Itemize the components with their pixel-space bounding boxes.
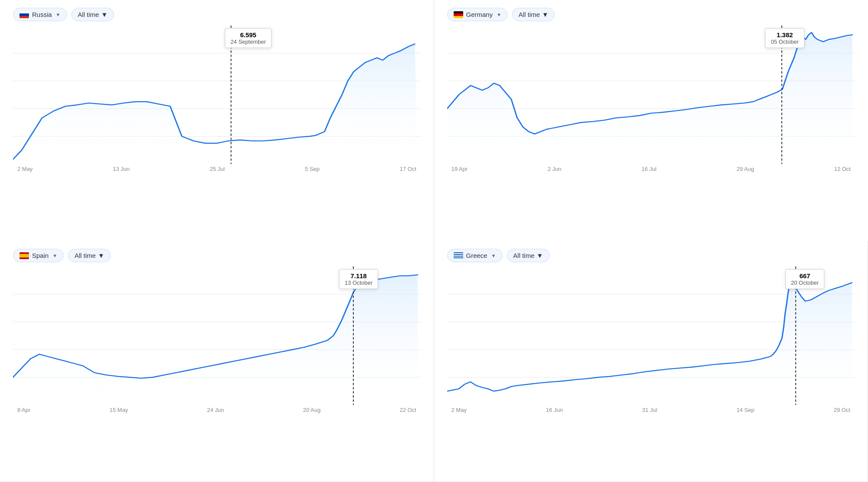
chart-svg-greece [447,267,855,405]
country-chevron-russia: ▼ [56,12,61,17]
chart-area-russia: 6.595 24 September [13,26,421,164]
x-label-russia-2: 25 Jul [210,166,225,172]
x-axis-greece: 2 May16 Jun31 Jul14 Sep29 Oct [447,407,855,413]
x-axis-germany: 19 Apr2 Jun16 Jul29 Aug12 Oct [447,166,855,172]
x-label-germany-1: 2 Jun [548,166,561,172]
x-label-germany-2: 16 Jul [641,166,657,172]
x-label-germany-3: 29 Aug [737,166,754,172]
x-label-spain-1: 15 May [109,407,128,413]
x-label-greece-1: 16 Jun [546,407,563,413]
country-chevron-spain: ▼ [52,253,57,258]
x-label-germany-4: 12 Oct [834,166,851,172]
x-label-greece-2: 31 Jul [642,407,657,413]
x-label-russia-3: 5 Sep [305,166,320,172]
chart-panel-russia: Russia ▼ All time ▼ [0,0,434,241]
flag-greece [454,252,463,259]
country-label-germany: Germany [466,11,493,18]
chart-svg-spain [13,267,421,405]
time-chevron-greece: ▼ [537,252,543,259]
flag-spain [19,252,29,259]
controls-greece: Greece ▼ All time ▼ [447,249,855,262]
x-label-russia-1: 13 Jun [113,166,130,172]
chart-panel-spain: Spain ▼ All time ▼ [0,241,434,482]
time-chevron-russia: ▼ [101,11,108,18]
x-label-greece-3: 14 Sep [737,407,754,413]
country-button-germany[interactable]: Germany ▼ [447,8,508,21]
country-label-greece: Greece [466,252,487,259]
chart-area-greece: 667 20 October [447,267,855,405]
chart-svg-russia [13,26,421,164]
time-button-russia[interactable]: All time ▼ [71,8,114,21]
x-label-greece-4: 29 Oct [834,407,850,413]
country-button-greece[interactable]: Greece ▼ [447,249,503,262]
x-label-greece-0: 2 May [452,407,467,413]
chart-area-spain: 7.118 13 October [13,267,421,405]
x-label-russia-0: 2 May [17,166,32,172]
x-axis-spain: 8 Apr15 May24 Jun20 Aug22 Oct [13,407,421,413]
flag-russia [19,11,29,18]
time-label-greece: All time [513,252,535,259]
country-chevron-greece: ▼ [491,253,496,258]
time-button-germany[interactable]: All time ▼ [512,8,555,21]
time-label-germany: All time [519,11,540,18]
time-chevron-spain: ▼ [98,252,104,259]
chart-panel-greece: Greece ▼ All time ▼ [434,241,868,482]
chart-panel-germany: Germany ▼ All time ▼ [434,0,868,241]
country-button-spain[interactable]: Spain ▼ [13,249,64,262]
time-label-spain: All time [74,252,96,259]
country-button-russia[interactable]: Russia ▼ [13,8,67,21]
x-label-spain-0: 8 Apr [17,407,30,413]
controls-russia: Russia ▼ All time ▼ [13,8,421,21]
controls-spain: Spain ▼ All time ▼ [13,249,421,262]
x-axis-russia: 2 May13 Jun25 Jul5 Sep17 Oct [13,166,421,172]
country-label-spain: Spain [32,252,48,259]
time-label-russia: All time [78,11,99,18]
chart-area-germany: 1.382 05 October [447,26,855,164]
x-label-spain-2: 24 Jun [207,407,224,413]
time-button-greece[interactable]: All time ▼ [507,249,550,262]
x-label-spain-3: 20 Aug [303,407,321,413]
flag-germany [454,11,463,18]
x-label-spain-4: 22 Oct [400,407,416,413]
time-button-spain[interactable]: All time ▼ [68,249,111,262]
country-chevron-germany: ▼ [496,12,501,17]
x-label-russia-4: 17 Oct [400,166,416,172]
time-chevron-germany: ▼ [542,11,548,18]
x-label-germany-0: 19 Apr [452,166,468,172]
chart-svg-germany [447,26,855,164]
controls-germany: Germany ▼ All time ▼ [447,8,855,21]
country-label-russia: Russia [32,11,52,18]
